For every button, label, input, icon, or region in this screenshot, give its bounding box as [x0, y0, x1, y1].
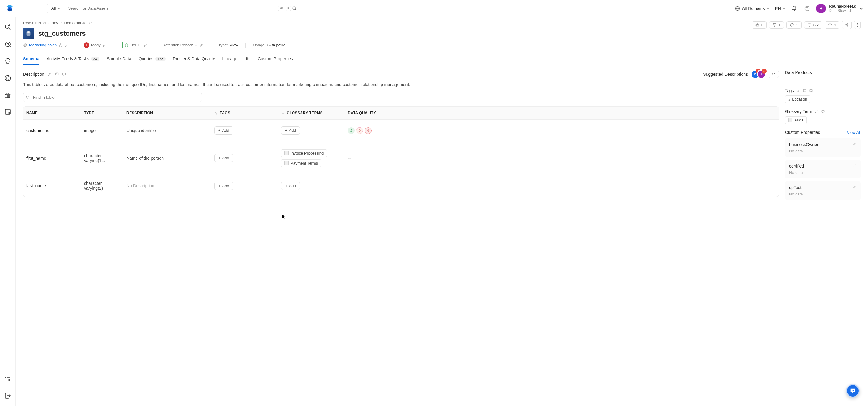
- add-tag-button[interactable]: +Add: [214, 182, 233, 190]
- request-description-icon[interactable]: [55, 72, 59, 76]
- tab-profiler[interactable]: Profiler & Data Quality: [173, 53, 215, 65]
- view-all-link[interactable]: View All: [847, 130, 861, 135]
- side-data-products-value: --: [785, 77, 861, 82]
- app-logo[interactable]: [5, 4, 14, 13]
- edit-icon[interactable]: [797, 89, 800, 93]
- svg-point-37: [857, 23, 858, 24]
- th-glossary: GLOSSARY TERMS: [278, 107, 345, 120]
- meta-domain[interactable]: Marketing sales: [23, 43, 69, 47]
- sidebar-insights-icon[interactable]: [4, 57, 12, 65]
- share-icon: [845, 23, 849, 27]
- help-button[interactable]: [803, 5, 811, 12]
- side-data-products-label: Data Products: [785, 70, 861, 75]
- share-button[interactable]: [842, 21, 851, 29]
- glossary-chip[interactable]: Payment Terms: [281, 159, 321, 167]
- comment-icon[interactable]: [62, 72, 66, 76]
- table-row: first_name character varying(1... Name o…: [23, 141, 778, 175]
- svg-rect-29: [61, 46, 62, 46]
- tab-custom-props[interactable]: Custom Properties: [258, 53, 293, 65]
- svg-point-11: [7, 43, 9, 45]
- edit-icon[interactable]: [852, 142, 857, 146]
- version-pill[interactable]: 6.7: [804, 21, 822, 29]
- request-icon[interactable]: [803, 89, 807, 93]
- edit-icon[interactable]: [102, 43, 107, 47]
- star-pill[interactable]: 1: [825, 21, 839, 29]
- tab-dbt[interactable]: dbt: [244, 53, 250, 65]
- svg-point-33: [847, 23, 848, 24]
- sidebar-explore-icon[interactable]: [4, 23, 12, 32]
- tab-activity[interactable]: Activity Feeds & Tasks23: [47, 53, 99, 65]
- meta-tier[interactable]: Tier 1: [122, 42, 148, 48]
- right-panel: Data Products -- Tags #Location Glossary…: [785, 70, 861, 206]
- dq-fail-badge[interactable]: 0: [365, 127, 372, 134]
- glossary-term-icon: [284, 151, 289, 155]
- sidebar-domains-icon[interactable]: [4, 74, 12, 82]
- edit-description-icon[interactable]: [47, 72, 52, 76]
- thumbs-up-pill[interactable]: 0: [752, 21, 767, 29]
- sidebar-glossary-icon[interactable]: [4, 108, 12, 116]
- column-description: No Description: [123, 175, 211, 197]
- code-icon: [771, 72, 776, 76]
- breadcrumb: RedshiftProd / dev / Demo dbt Jaffle: [23, 21, 285, 25]
- tab-queries[interactable]: Queries163: [138, 53, 165, 65]
- edit-icon[interactable]: [815, 110, 818, 114]
- edit-icon[interactable]: [144, 43, 148, 47]
- search-filter-dropdown[interactable]: All: [47, 4, 65, 13]
- svg-point-34: [847, 26, 848, 26]
- more-button[interactable]: [854, 21, 861, 29]
- svg-point-41: [26, 96, 29, 98]
- column-name[interactable]: customer_id: [23, 120, 81, 141]
- meta-owner[interactable]: T teddy: [84, 42, 107, 48]
- add-glossary-button[interactable]: +Add: [281, 126, 300, 135]
- sidebar-governance-icon[interactable]: [4, 91, 12, 99]
- custom-prop-card: businessOwner No data: [785, 138, 861, 157]
- custom-prop-card: cpTest No data: [785, 181, 861, 200]
- suggestion-avatar[interactable]: I6: [757, 70, 766, 78]
- column-name[interactable]: first_name: [23, 141, 81, 174]
- breadcrumb-item[interactable]: Demo dbt Jaffle: [64, 21, 92, 25]
- add-tag-button[interactable]: +Add: [214, 126, 233, 135]
- prop-value: No data: [789, 192, 803, 196]
- column-description: Unique identifier: [123, 120, 211, 141]
- left-sidebar: [0, 17, 16, 213]
- filter-icon[interactable]: [281, 111, 285, 115]
- glossary-chip[interactable]: Audit: [785, 116, 807, 124]
- breadcrumb-item[interactable]: RedshiftProd: [23, 21, 46, 25]
- tag-chip[interactable]: #Location: [785, 96, 810, 103]
- column-type: integer: [81, 120, 123, 141]
- tab-schema[interactable]: Schema: [23, 53, 39, 65]
- edit-icon[interactable]: [199, 43, 204, 47]
- edit-icon[interactable]: [852, 164, 857, 168]
- thumbs-down-pill[interactable]: 1: [769, 21, 784, 29]
- notifications-button[interactable]: [790, 5, 798, 12]
- find-in-table-input[interactable]: [23, 93, 202, 102]
- find-in-table-wrap: [23, 93, 202, 102]
- add-tag-button[interactable]: +Add: [214, 154, 233, 162]
- tree-icon: [59, 43, 63, 47]
- clock-pill[interactable]: 1: [786, 21, 801, 29]
- side-custom-props-label: Custom Properties: [785, 130, 820, 135]
- expand-button[interactable]: [769, 71, 779, 78]
- comment-icon[interactable]: [821, 110, 825, 114]
- domain-selector[interactable]: All Domains: [735, 6, 770, 11]
- column-name[interactable]: last_name: [23, 175, 81, 197]
- tab-sample-data[interactable]: Sample Data: [107, 53, 131, 65]
- search-input[interactable]: [68, 6, 278, 11]
- user-profile[interactable]: R Rounakpreet.d Data Steward: [816, 4, 863, 13]
- edit-icon[interactable]: [852, 185, 857, 189]
- column-type: character varying(2): [81, 175, 123, 197]
- search-button[interactable]: [291, 5, 298, 12]
- sidebar-discover-icon[interactable]: [4, 40, 12, 48]
- glossary-term-icon: [284, 161, 289, 165]
- comment-icon[interactable]: [809, 89, 813, 93]
- language-selector[interactable]: EN: [775, 6, 785, 11]
- dq-warn-badge[interactable]: 0: [356, 127, 363, 134]
- dq-pass-badge[interactable]: 2: [348, 127, 354, 134]
- edit-icon[interactable]: [65, 43, 69, 47]
- th-type: TYPE: [81, 107, 123, 120]
- glossary-chip[interactable]: Invoice Processing: [281, 149, 327, 157]
- breadcrumb-item[interactable]: dev: [52, 21, 58, 25]
- tab-lineage[interactable]: Lineage: [222, 53, 238, 65]
- add-glossary-button[interactable]: +Add: [281, 182, 300, 190]
- filter-icon[interactable]: [214, 111, 218, 115]
